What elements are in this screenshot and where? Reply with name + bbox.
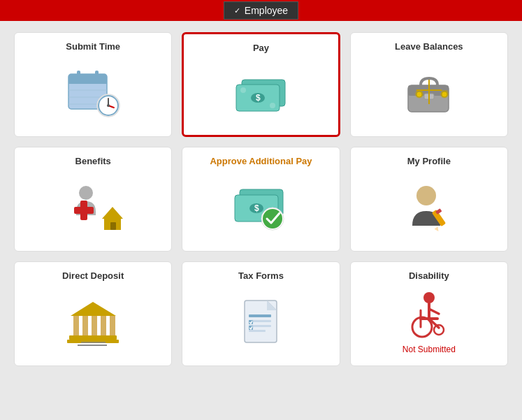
svg-point-12 [107, 104, 110, 107]
tile-tax-forms-icon [189, 288, 332, 354]
tile-leave-balances[interactable]: Leave Balances [350, 32, 508, 137]
svg-point-19 [270, 103, 275, 108]
svg-text:$: $ [254, 203, 259, 213]
svg-rect-3 [77, 71, 80, 79]
svg-rect-49 [110, 316, 115, 335]
tile-direct-deposit[interactable]: Direct Deposit [14, 261, 172, 366]
tile-submit-time-icon [22, 59, 164, 125]
svg-rect-60 [249, 330, 266, 332]
tile-disability-status: Not Submitted [403, 345, 456, 354]
tile-disability[interactable]: Disability Not Subm [350, 261, 508, 366]
tile-benefits[interactable]: Benefits [14, 147, 172, 252]
employee-dropdown[interactable]: ✓ Employee [224, 1, 298, 20]
svg-text:$: $ [256, 93, 261, 103]
tile-direct-deposit-title: Direct Deposit [62, 270, 124, 281]
app-header: ✓ Employee [0, 0, 522, 21]
tile-disability-icon [358, 288, 500, 339]
tile-disability-title: Disability [409, 270, 449, 281]
svg-marker-44 [71, 302, 116, 316]
tile-benefits-title: Benefits [75, 156, 111, 166]
svg-point-39 [263, 209, 282, 229]
tile-my-profile-title: My Profile [407, 156, 451, 166]
svg-line-65 [429, 309, 439, 314]
tile-leave-balances-icon [358, 59, 500, 125]
tile-tax-forms-title: Tax Forms [238, 270, 284, 281]
svg-point-63 [423, 292, 435, 303]
tile-pay[interactable]: Pay $ [182, 32, 340, 137]
tile-direct-deposit-icon [22, 288, 164, 354]
tile-tax-forms[interactable]: Tax Forms [182, 261, 340, 366]
svg-rect-46 [82, 316, 88, 335]
svg-rect-48 [101, 316, 106, 335]
svg-marker-30 [102, 207, 123, 219]
tile-submit-time[interactable]: Submit Time [14, 32, 172, 137]
tile-my-profile[interactable]: My Profile [350, 147, 508, 252]
svg-rect-47 [92, 316, 97, 335]
svg-marker-42 [434, 226, 440, 232]
svg-point-26 [442, 92, 447, 97]
tile-grid: Submit Time [0, 21, 522, 377]
tile-my-profile-icon [358, 173, 500, 240]
svg-point-68 [412, 317, 432, 337]
svg-rect-4 [95, 71, 99, 79]
svg-rect-45 [73, 316, 79, 335]
tile-submit-time-title: Submit Time [66, 41, 120, 52]
svg-rect-29 [80, 201, 87, 220]
tile-approve-additional-pay[interactable]: Approve Additional Pay $ [182, 147, 340, 252]
tile-leave-balances-title: Leave Balances [395, 41, 463, 52]
svg-point-18 [240, 87, 246, 93]
tile-approve-additional-pay-icon: $ [189, 173, 332, 240]
tile-approve-additional-pay-title: Approve Additional Pay [210, 156, 312, 166]
chevron-icon: ✓ [234, 6, 240, 15]
svg-point-40 [416, 186, 436, 205]
svg-rect-32 [110, 222, 116, 230]
tile-pay-title: Pay [253, 43, 269, 53]
tile-benefits-icon [22, 173, 164, 240]
employee-label: Employee [245, 5, 288, 16]
svg-rect-57 [249, 314, 271, 317]
svg-rect-2 [68, 80, 107, 84]
tile-pay-icon: $ [191, 60, 331, 124]
svg-rect-50 [69, 335, 117, 340]
svg-point-25 [416, 92, 422, 97]
svg-point-27 [79, 186, 93, 200]
